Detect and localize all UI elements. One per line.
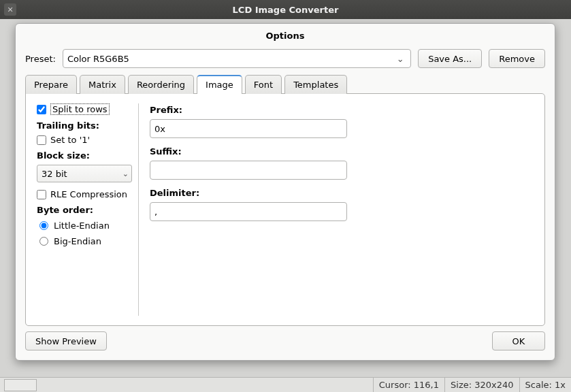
prefix-input[interactable] — [150, 119, 347, 138]
tab-matrix[interactable]: Matrix — [80, 75, 125, 94]
delimiter-label: Delimiter: — [150, 188, 534, 198]
show-preview-button[interactable]: Show Preview — [25, 331, 107, 350]
tab-image[interactable]: Image — [197, 75, 242, 94]
status-scale: Scale: 1x — [519, 378, 571, 392]
block-size-value: 32 bit — [42, 169, 67, 179]
set-to-1-checkbox[interactable] — [37, 135, 46, 145]
rle-label: RLE Compression — [50, 189, 127, 199]
tab-reordering[interactable]: Reordering — [128, 75, 194, 94]
tab-templates[interactable]: Templates — [284, 75, 347, 94]
block-size-label: Block size: — [37, 150, 131, 161]
rle-checkbox[interactable] — [37, 190, 46, 199]
remove-button[interactable]: Remove — [489, 49, 545, 68]
preset-label: Preset: — [25, 54, 56, 64]
left-column: Split to rows Trailing bits: Set to '1' … — [37, 103, 139, 316]
preset-select[interactable]: Color R5G6B5 ⌄ — [63, 49, 411, 68]
big-endian-label: Big-Endian — [54, 236, 101, 246]
split-to-rows-label: Split to rows — [50, 103, 110, 115]
tab-body-image: Split to rows Trailing bits: Set to '1' … — [25, 93, 545, 326]
titlebar: ✕ LCD Image Converter — [0, 0, 571, 19]
status-cursor: Cursor: 116,1 — [373, 378, 444, 392]
preset-selected: Color R5G6B5 — [67, 54, 129, 64]
close-icon[interactable]: ✕ — [4, 3, 16, 16]
set-to-1-label: Set to '1' — [50, 135, 90, 145]
ok-button[interactable]: OK — [492, 331, 545, 350]
split-to-rows-checkbox[interactable] — [37, 105, 46, 114]
chevron-down-icon: ⌄ — [123, 169, 129, 178]
block-size-select[interactable]: 32 bit ⌄ — [37, 165, 132, 182]
status-bar: Cursor: 116,1 Size: 320x240 Scale: 1x — [0, 377, 571, 392]
tab-font[interactable]: Font — [245, 75, 282, 94]
byte-order-label: Byte order: — [37, 205, 131, 215]
right-column: Prefix: Suffix: Delimiter: — [146, 103, 534, 316]
tab-prepare[interactable]: Prepare — [25, 75, 77, 94]
tab-bar: Prepare Matrix Reordering Image Font Tem… — [16, 75, 555, 93]
preset-row: Preset: Color R5G6B5 ⌄ Save As... Remove — [16, 46, 555, 75]
dialog-title: Options — [16, 24, 555, 46]
options-dialog: Options Preset: Color R5G6B5 ⌄ Save As..… — [15, 23, 555, 361]
little-endian-label: Little-Endian — [54, 220, 110, 231]
status-size: Size: 320x240 — [444, 378, 519, 392]
save-as-button[interactable]: Save As... — [418, 49, 482, 68]
dialog-footer: Show Preview OK — [16, 331, 555, 360]
big-endian-radio[interactable] — [39, 237, 48, 246]
trailing-bits-label: Trailing bits: — [37, 120, 131, 131]
status-left-block — [4, 379, 37, 391]
window-title: LCD Image Converter — [0, 5, 571, 15]
prefix-label: Prefix: — [150, 105, 534, 115]
delimiter-input[interactable] — [150, 202, 347, 221]
chevron-down-icon: ⌄ — [394, 54, 406, 64]
little-endian-radio[interactable] — [39, 221, 48, 230]
suffix-label: Suffix: — [150, 146, 534, 157]
suffix-input[interactable] — [150, 161, 347, 180]
